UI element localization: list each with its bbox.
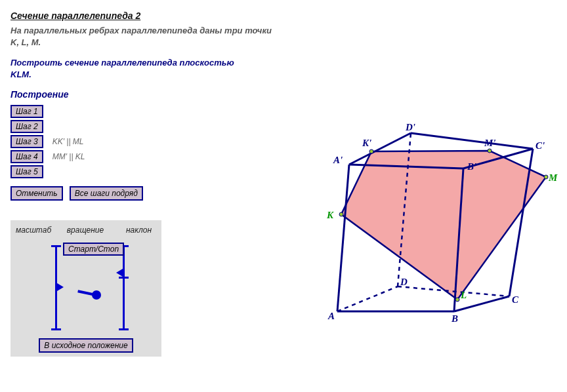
label-Cp: C': [536, 140, 545, 151]
svg-point-12: [339, 212, 343, 216]
task-text: Построить сечение параллелепипеда плоско…: [10, 57, 247, 80]
step-5-button[interactable]: Шаг 5: [10, 165, 43, 178]
label-Dp: D': [405, 122, 415, 132]
label-A: A: [327, 311, 335, 321]
label-Kp: K': [362, 138, 371, 148]
step-3-button[interactable]: Шаг 3: [10, 135, 43, 148]
section-polygon: [341, 151, 546, 300]
svg-line-10: [411, 133, 533, 149]
svg-point-16: [455, 298, 459, 302]
scale-slider[interactable]: [55, 245, 57, 330]
reset-button[interactable]: В исходное положение: [39, 338, 133, 353]
geometry-figure: A B C D A' B' C' D' K K' L M M': [291, 115, 560, 331]
tilt-label: наклон: [116, 225, 152, 235]
step-4-button[interactable]: Шаг 4: [10, 150, 43, 163]
label-Bp: B': [467, 161, 476, 172]
step-1-button[interactable]: Шаг 1: [10, 105, 43, 118]
svg-point-14: [488, 149, 492, 153]
all-steps-button[interactable]: Все шаги подряд: [70, 186, 143, 201]
label-Mp: M': [484, 138, 496, 148]
page-title: Сечение параллелепипеда 2: [10, 10, 556, 21]
svg-point-13: [369, 149, 373, 153]
label-L: L: [460, 290, 467, 300]
step-2-button[interactable]: Шаг 2: [10, 120, 43, 133]
label-K: K: [326, 210, 334, 220]
label-C: C: [512, 294, 519, 305]
start-stop-button[interactable]: Старт/Стоп: [63, 243, 124, 256]
step-4-note: MM' || KL: [52, 152, 85, 161]
svg-point-15: [544, 175, 548, 179]
given-text: На параллельных ребрах параллелепипеда д…: [10, 25, 273, 48]
control-panel: масштаб вращение наклон Старт/Стоп: [10, 220, 161, 357]
label-B: B: [451, 313, 458, 324]
step-3-note: KK' || ML: [52, 137, 84, 146]
svg-line-0: [337, 286, 398, 311]
section-heading: Построение: [10, 89, 556, 100]
scale-label: масштаб: [16, 225, 55, 235]
rotation-knob[interactable]: [77, 282, 110, 308]
label-D: D: [400, 277, 408, 287]
cancel-button[interactable]: Отменить: [10, 186, 63, 201]
rotation-label: вращение: [59, 225, 112, 235]
label-Ap: A': [333, 155, 343, 165]
svg-line-5: [337, 165, 349, 311]
label-M: M: [548, 172, 558, 183]
